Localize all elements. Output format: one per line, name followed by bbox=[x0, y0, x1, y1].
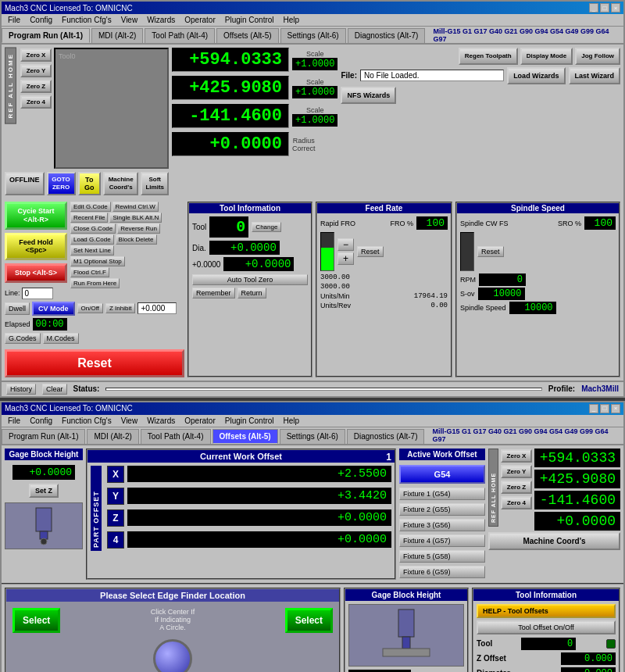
line-val[interactable]: 0 bbox=[22, 288, 53, 299]
gcodes-btn[interactable]: G.Codes bbox=[5, 333, 41, 344]
single-blk-btn[interactable]: Single BLK Alt.N bbox=[109, 213, 162, 223]
history-btn[interactable]: History bbox=[6, 384, 36, 395]
work-y-label[interactable]: Y bbox=[107, 488, 124, 505]
jog-follow-btn[interactable]: Jog Follow bbox=[575, 48, 620, 65]
bottom-machine-coords-btn[interactable]: Machine Coord's bbox=[488, 532, 620, 550]
set-z-btn[interactable]: Set Z bbox=[29, 484, 59, 498]
bottom-tab-toolpath[interactable]: Tool Path (Alt-4) bbox=[141, 429, 211, 444]
bottom-zero-z-btn[interactable]: Zero Z bbox=[501, 481, 532, 494]
bottom-tab-diagnostics[interactable]: Diagnostics (Alt-7) bbox=[347, 429, 425, 444]
bottom-menu-file[interactable]: File bbox=[3, 416, 25, 426]
goto-zero-btn[interactable]: GOTO ZERO bbox=[47, 172, 76, 195]
reverse-run-btn[interactable]: Reverse Run bbox=[117, 223, 160, 234]
z-inhibit-btn[interactable]: Z Inhibit bbox=[105, 303, 135, 313]
regen-toolpath-btn[interactable]: Regen Toolpath bbox=[459, 48, 518, 65]
mcodes-btn[interactable]: M.Codes bbox=[43, 333, 79, 344]
edit-gcode-btn[interactable]: Edit G.Code bbox=[70, 202, 111, 212]
dwell-btn[interactable]: Dwell bbox=[5, 302, 30, 315]
cycle-start-btn[interactable]: Cycie Start <Alt-R> bbox=[5, 202, 67, 230]
bottom-tab-offsets[interactable]: Offsets (Alt-5) bbox=[212, 429, 278, 444]
zero-y-btn[interactable]: Zero Y bbox=[20, 64, 52, 77]
offline-btn[interactable]: OFFLINE bbox=[5, 172, 45, 195]
fro-minus-btn[interactable]: − bbox=[338, 238, 354, 251]
bottom-tab-mdi[interactable]: MDI (Alt-2) bbox=[87, 429, 138, 444]
menu-help[interactable]: Help bbox=[279, 15, 305, 25]
top-reset-btn[interactable]: Reset bbox=[5, 349, 184, 377]
cv-mode-btn[interactable]: CV Mode bbox=[32, 302, 75, 316]
menu-file[interactable]: File bbox=[3, 15, 25, 25]
fro-reset-btn[interactable]: Reset bbox=[357, 246, 384, 257]
menu-plugin[interactable]: Plugin Control bbox=[220, 15, 279, 25]
z-val[interactable]: +0.000 bbox=[138, 302, 177, 314]
feed-hold-btn[interactable]: Feed Hold <Spc> bbox=[5, 233, 67, 261]
last-wizard-btn[interactable]: Last Wizard bbox=[569, 67, 620, 84]
tab-diagnostics[interactable]: Diagnostics (Alt-7) bbox=[348, 28, 426, 43]
bottom-menu-plugin[interactable]: Plugin Control bbox=[220, 416, 279, 426]
bottom-tab-program-run[interactable]: Program Run (Alt-1) bbox=[2, 429, 85, 444]
close-gcode-btn[interactable]: Close G.Code bbox=[70, 223, 116, 234]
recent-file-btn[interactable]: Recent File bbox=[70, 213, 108, 223]
tool-offset-on-off-btn[interactable]: Tool Offset On/Off bbox=[477, 620, 616, 634]
bottom-menu-wizards[interactable]: Wizards bbox=[142, 416, 180, 426]
select-top-left-btn[interactable]: Select bbox=[12, 608, 60, 633]
menu-operator[interactable]: Operator bbox=[180, 15, 220, 25]
work-z-label[interactable]: Z bbox=[107, 509, 124, 527]
load-wizards-btn[interactable]: Load Wizards bbox=[507, 67, 565, 84]
bottom-menu-help[interactable]: Help bbox=[279, 416, 305, 426]
select-top-right-btn[interactable]: Select bbox=[285, 608, 333, 633]
auto-tool-zero-btn[interactable]: Auto Tool Zero bbox=[192, 274, 308, 285]
bottom-tab-settings[interactable]: Settings (Alt-6) bbox=[280, 429, 345, 444]
bottom-menu-function[interactable]: Function Cfg's bbox=[57, 416, 116, 426]
on-off-btn[interactable]: On/Off bbox=[77, 303, 103, 313]
machine-coords-btn[interactable]: Machine Coord's bbox=[103, 172, 139, 195]
bottom-zero-4-btn[interactable]: Zero 4 bbox=[501, 496, 532, 509]
close-btn[interactable]: × bbox=[611, 3, 620, 13]
work-x-label[interactable]: X bbox=[107, 466, 124, 483]
tab-toolpath[interactable]: Tool Path (Alt-4) bbox=[145, 28, 215, 43]
menu-function[interactable]: Function Cfg's bbox=[57, 15, 116, 25]
remember-btn[interactable]: Remember bbox=[192, 288, 235, 298]
to-go-btn[interactable]: To Go bbox=[78, 172, 101, 195]
fro-plus-btn[interactable]: + bbox=[338, 252, 354, 265]
zero-4-btn[interactable]: Zero 4 bbox=[20, 95, 52, 109]
fixture-4-btn[interactable]: Fixture 4 (G57) bbox=[399, 534, 485, 547]
bottom-maximize-btn[interactable]: □ bbox=[600, 404, 609, 413]
rewind-btn[interactable]: Rewind Ctrl.W bbox=[112, 202, 159, 212]
work-4-label[interactable]: 4 bbox=[107, 531, 124, 549]
spindle-reset-btn[interactable]: Reset bbox=[477, 246, 504, 257]
menu-wizards[interactable]: Wizards bbox=[142, 15, 180, 25]
fixture-6-btn[interactable]: Fixture 6 (G59) bbox=[399, 566, 485, 578]
menu-config[interactable]: Config bbox=[25, 15, 57, 25]
bottom-menu-view[interactable]: View bbox=[116, 416, 143, 426]
zero-x-btn[interactable]: Zero X bbox=[20, 48, 52, 62]
block-delete-btn[interactable]: Block Delete bbox=[116, 234, 157, 245]
stop-btn[interactable]: Stop <Alt-S> bbox=[5, 263, 67, 283]
help-tool-offsets-btn[interactable]: HELP - Tool Offsets bbox=[477, 604, 616, 618]
display-mode-btn[interactable]: Display Mode bbox=[520, 48, 573, 65]
load-gcode-btn[interactable]: Load G.Code bbox=[70, 234, 114, 245]
clear-btn[interactable]: Clear bbox=[42, 384, 67, 395]
soft-limits-btn[interactable]: Soft Limits bbox=[141, 172, 169, 195]
g54-btn[interactable]: G54 bbox=[399, 465, 485, 484]
tab-program-run[interactable]: Program Run (Alt-1) bbox=[2, 28, 90, 43]
set-next-line-btn[interactable]: Set Next Line bbox=[70, 245, 114, 256]
bottom-minimize-btn[interactable]: _ bbox=[589, 404, 598, 413]
fixture-1-btn[interactable]: Fixture 1 (G54) bbox=[399, 488, 485, 500]
change-btn[interactable]: Change bbox=[252, 222, 281, 232]
fixture-3-btn[interactable]: Fixture 3 (G56) bbox=[399, 519, 485, 531]
nfs-wizards-btn[interactable]: NFS Wizards bbox=[341, 87, 396, 104]
run-from-here-btn[interactable]: Run From Here bbox=[70, 278, 120, 288]
maximize-btn[interactable]: □ bbox=[600, 3, 609, 13]
bottom-menu-config[interactable]: Config bbox=[25, 416, 57, 426]
menu-view[interactable]: View bbox=[116, 15, 143, 25]
bottom-menu-operator[interactable]: Operator bbox=[180, 416, 220, 426]
flood-btn[interactable]: Flood Ctrl.F bbox=[70, 267, 109, 277]
bottom-zero-y-btn[interactable]: Zero Y bbox=[501, 465, 532, 478]
tab-offsets[interactable]: Offsets (Alt-5) bbox=[216, 28, 279, 43]
tab-settings[interactable]: Settings (Alt-6) bbox=[280, 28, 346, 43]
zero-z-btn[interactable]: Zero Z bbox=[20, 80, 52, 93]
return-btn[interactable]: Return bbox=[238, 288, 266, 298]
bottom-close-btn[interactable]: × bbox=[611, 404, 620, 413]
tab-mdi[interactable]: MDI (Alt-2) bbox=[91, 28, 143, 43]
minimize-btn[interactable]: _ bbox=[589, 3, 598, 13]
